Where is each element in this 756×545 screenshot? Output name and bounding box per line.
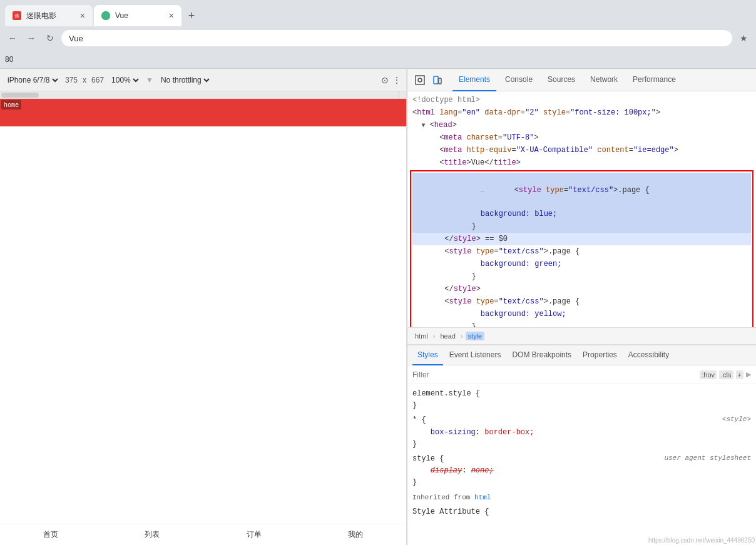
svg-rect-4 xyxy=(439,78,441,84)
device-sep: ▼ xyxy=(146,76,153,84)
styles-content[interactable]: element.style { } * { <style> box-sizing… xyxy=(407,384,756,545)
tab-elements[interactable]: Elements xyxy=(452,69,496,91)
address-bar: ← → ↻ ★ xyxy=(0,26,756,50)
tab-close-vue[interactable]: × xyxy=(169,11,174,21)
styles-tab-event-listeners[interactable]: Event Listeners xyxy=(444,345,506,365)
html-line-html: <html lang="en" data-dpr="2" style="font… xyxy=(407,106,756,119)
inherited-html-link[interactable]: html xyxy=(474,494,491,501)
devtools-icons xyxy=(412,73,445,88)
html-line-style1-close: } xyxy=(412,220,751,233)
devtools-tabs: Elements Console Sources Network Perform… xyxy=(407,69,756,91)
bookmark-button[interactable]: ★ xyxy=(736,31,751,46)
svg-point-0 xyxy=(101,11,110,20)
reload-button[interactable]: ↻ xyxy=(43,31,58,46)
tab-console[interactable]: Console xyxy=(499,69,539,91)
filter-input[interactable] xyxy=(412,370,697,379)
zoom-select[interactable]: 100% xyxy=(109,75,141,85)
cls-button[interactable]: .cls xyxy=(719,370,733,379)
selected-region: … <style type="text/css">.page { backgro… xyxy=(410,170,753,327)
tab-vue[interactable]: Vue × xyxy=(94,5,181,26)
capture-icon[interactable]: ⊙ xyxy=(381,75,389,85)
breadcrumb-html[interactable]: html xyxy=(412,332,431,340)
star-close: } xyxy=(412,440,417,449)
nav-mine-label: 我的 xyxy=(348,529,363,540)
html-line-meta-charset: <meta charset="UTF-8"> xyxy=(407,131,756,144)
device-select[interactable]: iPhone 6/7/8 xyxy=(5,75,60,85)
address-input[interactable] xyxy=(61,30,732,46)
html-line-style1-open[interactable]: … <style type="text/css">.page { xyxy=(412,173,751,208)
elements-panel: <!doctype html> <html lang="en" data-dpr… xyxy=(407,91,756,545)
scrollbar-row xyxy=(0,91,406,99)
html-line-meta-compat: <meta http-equiv="X-UA-Compatible" conte… xyxy=(407,144,756,156)
breadcrumb-head[interactable]: head xyxy=(437,332,457,340)
tab-performance[interactable]: Performance xyxy=(626,69,682,91)
breadcrumb-style[interactable]: style xyxy=(466,332,485,340)
tab-close-mianying[interactable]: × xyxy=(80,11,85,21)
style-source-style[interactable]: <style> xyxy=(722,414,751,425)
device-icon[interactable] xyxy=(430,73,445,88)
style-rule-star: * { <style> box-sizing: border-box; } xyxy=(407,413,756,452)
html-line-style2-end: </style> xyxy=(412,283,751,295)
add-style-button[interactable]: + xyxy=(736,370,743,379)
html-line-doctype: <!doctype html> xyxy=(407,94,756,106)
watermark: https://blog.csdn.net/weixin_44496250 xyxy=(648,537,755,544)
toolbar-label: 80 xyxy=(5,55,13,64)
styles-tab-accessibility[interactable]: Accessibility xyxy=(623,345,674,365)
scroll-btn: ▶ xyxy=(746,370,751,379)
styles-panel: Styles Event Listeners DOM Breakpoints P… xyxy=(407,345,756,545)
nav-mine[interactable]: 我的 xyxy=(305,529,406,540)
html-line-style3-close: } xyxy=(412,320,751,327)
html-line-title: <title>Vue</title> xyxy=(407,156,756,169)
nav-list[interactable]: 列表 xyxy=(101,529,203,540)
new-tab-button[interactable]: + xyxy=(183,7,200,24)
tab-mianying[interactable]: 迷 迷眼电影 × xyxy=(5,5,93,26)
ua-source: user agent stylesheet xyxy=(664,453,751,464)
device-x: x xyxy=(83,76,86,84)
html-line-head: ▼ <head> xyxy=(407,119,756,131)
nav-order[interactable]: 订单 xyxy=(203,529,305,540)
tab-network[interactable]: Network xyxy=(584,69,624,91)
element-style-close: } xyxy=(412,401,417,410)
ellipsis-icon[interactable]: … xyxy=(481,186,485,194)
more-icon[interactable]: ⋮ xyxy=(392,75,401,85)
browser-window: 迷 迷眼电影 × Vue × + ← → ↻ ★ 80 xyxy=(0,0,756,69)
filter-bar: :hov .cls + ▶ xyxy=(407,365,756,384)
hov-button[interactable]: :hov xyxy=(700,370,717,379)
inspect-icon[interactable] xyxy=(412,73,427,88)
style-rule-element: element.style { } xyxy=(407,387,756,413)
device-height: 667 xyxy=(91,76,104,84)
html-line-style3-open[interactable]: <style type="text/css">.page { xyxy=(412,295,751,308)
inherited-label: Inherited from html xyxy=(407,491,756,505)
html-line-style2-open[interactable]: <style type="text/css">.page { xyxy=(412,245,751,258)
element-style-selector: element.style { xyxy=(412,389,480,398)
page-header-label: home xyxy=(1,100,21,110)
style-attribute-rule: Style Attribute { xyxy=(407,505,756,519)
styles-tab-properties[interactable]: Properties xyxy=(578,345,622,365)
styles-tabs: Styles Event Listeners DOM Breakpoints P… xyxy=(407,345,756,365)
html-view[interactable]: <!doctype html> <html lang="en" data-dpr… xyxy=(407,91,756,327)
forward-button[interactable]: → xyxy=(24,31,39,46)
styles-tab-styles[interactable]: Styles xyxy=(412,345,443,365)
style-attribute-selector: Style Attribute { xyxy=(412,507,489,516)
tab-sources[interactable]: Sources xyxy=(541,69,581,91)
style-rule-ua: style { user agent stylesheet display: n… xyxy=(407,452,756,491)
back-button[interactable]: ← xyxy=(5,31,20,46)
tab-title-vue: Vue xyxy=(115,11,164,20)
nav-home-label: 首页 xyxy=(43,529,58,540)
device-icons: ⊙ ⋮ xyxy=(381,75,401,85)
star-selector: * { xyxy=(412,415,426,424)
devtools-panel: Elements Console Sources Network Perform… xyxy=(407,69,756,545)
phone-preview: iPhone 6/7/8 375 x 667 100% ▼ No throttl… xyxy=(0,69,407,545)
nav-home[interactable]: 首页 xyxy=(0,529,101,540)
scrollbar-track[interactable] xyxy=(0,91,399,98)
main-area: iPhone 6/7/8 375 x 667 100% ▼ No throttl… xyxy=(0,69,756,545)
display-val: none; xyxy=(471,466,494,475)
scrollbar-thumb[interactable] xyxy=(1,93,39,98)
inherited-from-text: Inherited from xyxy=(412,494,474,501)
nav-order-label: 订单 xyxy=(247,529,262,540)
device-toolbar: iPhone 6/7/8 375 x 667 100% ▼ No throttl… xyxy=(0,69,406,91)
styles-tab-dom-breakpoints[interactable]: DOM Breakpoints xyxy=(507,345,576,365)
tab-title-mianying: 迷眼电影 xyxy=(26,11,75,21)
tab-bar: 迷 迷眼电影 × Vue × + ← → ↻ ★ xyxy=(0,0,756,50)
throttle-select[interactable]: No throttling xyxy=(158,75,212,85)
